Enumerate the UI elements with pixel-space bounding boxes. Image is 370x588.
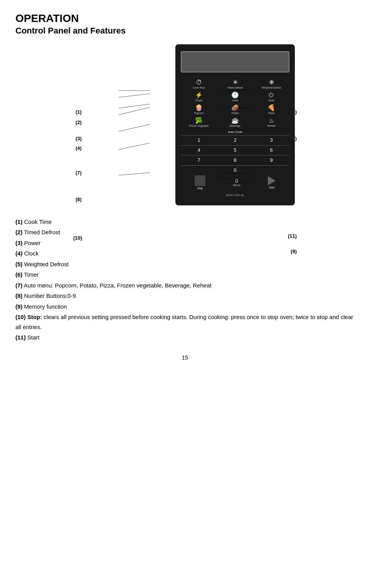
reheat-button[interactable]: ♨ Reheat bbox=[257, 118, 285, 127]
numpad-row-2: 4 5 6 bbox=[181, 147, 289, 153]
callout-2: (2) bbox=[76, 119, 82, 125]
descriptions: (1) Cook Time (2) Timed Defrost (3) Powe… bbox=[15, 217, 355, 343]
numpad-zero-row: 0 bbox=[181, 167, 289, 173]
pizza-button[interactable]: 🍕 Pizza bbox=[257, 105, 285, 114]
num-8-button[interactable]: 8 bbox=[224, 157, 247, 163]
timed-defrost-icon: ✳ bbox=[233, 79, 238, 86]
button-row-3: 🍿 Popcorn 🥔 Potato 🍕 Pizza bbox=[181, 105, 289, 114]
button-row-2: ⚡ Power 🕐 Clock ⏲ Timer bbox=[181, 92, 289, 102]
callout-1: (1) bbox=[76, 109, 82, 115]
weighted-defrost-button[interactable]: ❄ Weighted Defrost bbox=[257, 79, 285, 89]
svg-line-6 bbox=[119, 173, 150, 175]
weighted-defrost-icon: ❄ bbox=[269, 79, 274, 86]
button-row-1: ⏱ Cook Time ✳ Timed Defrost ❄ Weighted D… bbox=[181, 79, 289, 89]
cook-time-button[interactable]: ⏱ Cook Time bbox=[185, 79, 213, 89]
desc-item-6: (6) Timer bbox=[15, 270, 355, 280]
reheat-icon: ♨ bbox=[269, 118, 274, 124]
beverage-button[interactable]: ☕ Beverage bbox=[221, 118, 249, 127]
model-number: MWO 625 SL bbox=[181, 193, 289, 197]
timed-defrost-button[interactable]: ✳ Timed Defrost bbox=[221, 79, 249, 89]
callout-3: (3) bbox=[76, 136, 82, 141]
num-1-button[interactable]: 1 bbox=[187, 137, 210, 143]
cook-time-icon: ⏱ bbox=[196, 79, 202, 86]
diagram-outer: (1) (2) (3) (4) (7) (8) (10) (5) (6) (11… bbox=[66, 44, 304, 205]
desc-item-10: (10) Stop: clears all previous setting p… bbox=[15, 312, 355, 332]
desc-item-4: (4) Clock bbox=[15, 249, 355, 259]
desc-item-5: (5) Weighted Defrost bbox=[15, 259, 355, 269]
bottom-row: Stop 0 Memo Start bbox=[181, 175, 289, 190]
numpad-row-3: 7 8 9 bbox=[181, 157, 289, 163]
page-title: OPERATION Control Panel and Features bbox=[15, 12, 355, 37]
desc-item-1: (1) Cook Time bbox=[15, 217, 355, 227]
button-row-4: 🥦 Frozen Vegetable ☕ Beverage ♨ Reheat bbox=[181, 118, 289, 127]
callout-7: (7) bbox=[76, 170, 82, 176]
timer-button[interactable]: ⏲ Timer bbox=[257, 92, 285, 102]
svg-line-3 bbox=[119, 108, 150, 115]
timer-icon: ⏲ bbox=[268, 92, 274, 98]
potato-button[interactable]: 🥔 Potato bbox=[221, 105, 249, 114]
desc-item-7: (7) Auto menu: Popcorn, Potato, Pizza, F… bbox=[15, 281, 355, 291]
start-button[interactable]: Start bbox=[268, 176, 276, 189]
popcorn-button[interactable]: 🍿 Popcorn bbox=[185, 105, 213, 114]
desc-item-2: (2) Timed Defrost bbox=[15, 227, 355, 237]
power-icon: ⚡ bbox=[195, 92, 203, 98]
svg-line-5 bbox=[119, 143, 150, 150]
desc-item-11: (11) Start bbox=[15, 333, 355, 343]
num-5-button[interactable]: 5 bbox=[224, 147, 247, 153]
callout-4: (4) bbox=[76, 145, 82, 151]
svg-line-1 bbox=[119, 94, 150, 97]
title-line2: Control Panel and Features bbox=[15, 25, 355, 37]
numpad-row-1: 1 2 3 bbox=[181, 137, 289, 143]
num-9-button[interactable]: 9 bbox=[260, 157, 283, 163]
memo-area: 0 Memo bbox=[233, 178, 240, 186]
power-button[interactable]: ⚡ Power bbox=[185, 92, 213, 102]
desc-item-9: (9) Memory function bbox=[15, 302, 355, 312]
start-icon bbox=[268, 176, 276, 185]
callout-8: (8) bbox=[76, 197, 82, 202]
svg-line-4 bbox=[119, 124, 150, 131]
page-number: 15 bbox=[15, 354, 355, 361]
auto-cook-label: Auto Cook bbox=[181, 130, 289, 134]
frozen-veg-icon: 🥦 bbox=[195, 118, 203, 124]
stop-button[interactable]: Stop bbox=[195, 175, 205, 190]
num-2-button[interactable]: 2 bbox=[224, 137, 247, 143]
num-6-button[interactable]: 6 bbox=[260, 147, 283, 153]
popcorn-icon: 🍿 bbox=[195, 105, 203, 111]
desc-item-3: (3) Power bbox=[15, 238, 355, 248]
num-0-button[interactable]: 0 bbox=[224, 167, 247, 173]
potato-icon: 🥔 bbox=[231, 105, 239, 111]
frozen-veg-button[interactable]: 🥦 Frozen Vegetable bbox=[185, 118, 213, 127]
display-screen bbox=[181, 51, 289, 72]
microwave-panel: ⏱ Cook Time ✳ Timed Defrost ❄ Weighted D… bbox=[175, 44, 295, 205]
beverage-icon: ☕ bbox=[231, 118, 239, 124]
numpad: 1 2 3 4 5 6 7 8 9 bbox=[181, 137, 289, 173]
title-line1: OPERATION bbox=[15, 12, 355, 25]
num-7-button[interactable]: 7 bbox=[187, 157, 210, 163]
desc-item-8: (8) Number Buttons:0-9 bbox=[15, 291, 355, 301]
clock-button[interactable]: 🕐 Clock bbox=[221, 92, 249, 102]
clock-icon: 🕐 bbox=[231, 92, 239, 98]
num-4-button[interactable]: 4 bbox=[187, 147, 210, 153]
diagram-area: (1) (2) (3) (4) (7) (8) (10) (5) (6) (11… bbox=[15, 44, 355, 205]
svg-line-2 bbox=[119, 104, 150, 108]
pizza-icon: 🍕 bbox=[267, 105, 275, 111]
stop-icon bbox=[195, 175, 205, 186]
num-3-button[interactable]: 3 bbox=[260, 137, 283, 143]
